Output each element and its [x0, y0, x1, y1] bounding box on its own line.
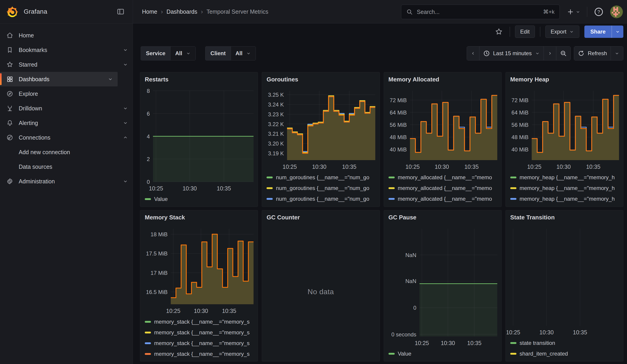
sidebar-item-starred[interactable]: Starred [0, 57, 133, 72]
panel-title[interactable]: GC Counter [262, 210, 379, 222]
chevron-right-icon [547, 51, 552, 56]
sidebar-item-label: Bookmarks [19, 47, 117, 53]
sidebar-item-label: Connections [19, 134, 117, 141]
sidebar-item-drilldown[interactable]: Drilldown [0, 101, 133, 116]
clock-icon [483, 50, 490, 57]
panel-title[interactable]: Goroutines [262, 72, 379, 84]
legend: num_goroutines {__name__="num_gonum_goro… [262, 171, 379, 207]
legend-item[interactable]: memory_allocated {__name__="memo [388, 183, 497, 193]
legend-item[interactable]: memory_stack {__name__="memory_s [145, 316, 253, 327]
user-avatar[interactable] [610, 5, 623, 18]
legend-item[interactable]: memory_stack {__name__="memory_s [145, 338, 253, 349]
legend-item[interactable]: Value [145, 194, 253, 204]
legend-item[interactable]: num_goroutines {__name__="num_go [266, 193, 375, 204]
time-zoom-out-button[interactable] [556, 46, 571, 60]
panel-title[interactable]: Memory Stack [140, 210, 258, 222]
sidebar-item-data-sources[interactable]: Data sources [0, 159, 133, 174]
sidebar-item-alerting[interactable]: Alerting [0, 116, 133, 130]
svg-text:3.22 K: 3.22 K [268, 121, 284, 127]
panel-title[interactable]: Restarts [140, 72, 258, 84]
legend-item[interactable]: Value [388, 348, 497, 359]
panel-title[interactable]: Memory Heap [506, 72, 623, 84]
svg-text:10:35: 10:35 [467, 340, 481, 346]
grafana-logo-icon[interactable] [6, 5, 19, 18]
sidebar-item-dashboards[interactable]: Dashboards [0, 72, 118, 86]
sidebar-item-explore[interactable]: Explore [0, 86, 133, 101]
legend-label: num_goroutines {__name__="num_go [276, 174, 369, 181]
avatar-pixel-art [610, 5, 623, 18]
legend-item[interactable]: memory_heap {__name__="memory_h [510, 172, 619, 183]
legend-item[interactable]: memory_allocated {__name__="memo [388, 204, 497, 207]
legend-item[interactable]: state transition [510, 338, 619, 349]
time-shift-forward-button[interactable] [544, 46, 556, 60]
chart-gc_pause[interactable]: NaNNaN00 seconds10:2510:3010:35 [385, 222, 499, 347]
divider [587, 7, 587, 17]
time-range-picker-button[interactable]: Last 15 minutes [479, 46, 544, 60]
help-button[interactable]: ? [592, 5, 606, 19]
share-button[interactable]: Share [584, 26, 612, 38]
series-color-swatch [388, 177, 395, 178]
chart-memory_stack[interactable]: 18 MiB17.5 MiB17 MiB16.5 MiB10:2510:3010… [141, 222, 255, 315]
edit-button[interactable]: Edit [515, 26, 535, 38]
share-dropdown-button[interactable] [612, 26, 623, 38]
panel-title[interactable]: State Transition [506, 210, 623, 222]
chart-state_transition[interactable]: 10:2510:3010:35 [507, 222, 621, 337]
sidebar-item-add-new-connection[interactable]: Add new connection [0, 145, 133, 159]
svg-text:10:35: 10:35 [586, 163, 600, 170]
search-box[interactable]: ⌘+k [401, 4, 560, 19]
chevron-down-icon [575, 9, 580, 14]
legend: state transitionshard_item_created [506, 337, 623, 361]
panel-title[interactable]: GC Pause [384, 210, 501, 222]
chevron-down-icon [108, 76, 113, 82]
chart-restarts[interactable]: 8642010:2510:3010:35 [141, 84, 255, 193]
legend-item[interactable]: num_goroutines {__name__="num_go [266, 204, 375, 207]
series-color-swatch [388, 198, 395, 200]
client-filter-value[interactable]: All [231, 47, 256, 60]
zoom-out-icon [560, 50, 567, 57]
chart-goroutines[interactable]: 3.25 K3.24 K3.23 K3.22 K3.21 K3.20 K3.19… [263, 84, 377, 171]
refresh-interval-dropdown[interactable] [611, 46, 623, 60]
sidebar-item-home[interactable]: Home [0, 28, 133, 43]
service-filter-value[interactable]: All [170, 47, 195, 60]
chart-memory_heap[interactable]: 72 MiB64 MiB56 MiB48 MiB40 MiB10:2510:30… [507, 84, 621, 171]
template-variables: Service All Client All [141, 46, 256, 61]
legend-item[interactable]: num_goroutines {__name__="num_go [266, 172, 375, 183]
sidebar-toggle-button[interactable] [114, 5, 127, 18]
svg-text:3.19 K: 3.19 K [268, 150, 284, 156]
legend-item[interactable]: memory_allocated {__name__="memo [388, 193, 497, 204]
legend-item[interactable]: memory_heap {__name__="memory_h [510, 193, 619, 204]
drilldown-icon [6, 105, 13, 112]
panel-title[interactable]: Memory Allocated [384, 72, 501, 84]
legend-item[interactable]: memory_stack {__name__="memory_s [145, 349, 253, 359]
legend-label: num_goroutines {__name__="num_go [276, 185, 369, 191]
svg-text:3.21 K: 3.21 K [268, 131, 284, 137]
breadcrumb-home[interactable]: Home [142, 8, 157, 15]
legend-label: memory_allocated {__name__="memo [398, 174, 492, 181]
breadcrumb-dashboards[interactable]: Dashboards [166, 8, 197, 15]
legend-item[interactable]: memory_allocated {__name__="memo [388, 172, 497, 183]
legend-item[interactable]: num_goroutines {__name__="num_go [266, 183, 375, 193]
sidebar-item-bookmarks[interactable]: Bookmarks [0, 43, 133, 57]
legend-item[interactable]: memory_heap {__name__="memory_h [510, 183, 619, 193]
sidebar-item-administration[interactable]: Administration [0, 174, 133, 189]
favorite-star-button[interactable] [493, 26, 505, 37]
series-color-swatch [510, 353, 517, 355]
chevron-down-icon [123, 120, 128, 126]
svg-text:10:25: 10:25 [507, 329, 520, 335]
chart-memory_allocated[interactable]: 72 MiB64 MiB56 MiB48 MiB40 MiB10:2510:30… [385, 84, 499, 171]
legend-item[interactable]: memory_stack {__name__="memory_s [145, 327, 253, 338]
client-filter-label: Client [206, 47, 231, 60]
refresh-button[interactable]: Refresh [574, 46, 611, 60]
add-new-button[interactable] [565, 6, 582, 17]
legend-label: num_goroutines {__name__="num_go [276, 196, 369, 202]
export-button[interactable]: Export [545, 26, 579, 38]
svg-text:10:25: 10:25 [415, 340, 429, 346]
search-input[interactable] [416, 8, 539, 15]
time-shift-back-button[interactable] [467, 46, 479, 60]
svg-text:4: 4 [147, 133, 150, 140]
svg-text:2: 2 [147, 156, 150, 162]
legend-item[interactable]: memory_heap {__name__="memory_h [510, 204, 619, 207]
svg-text:16.5 MiB: 16.5 MiB [146, 289, 168, 295]
sidebar-item-connections[interactable]: Connections [0, 130, 133, 145]
legend-item[interactable]: shard_item_created [510, 349, 619, 359]
